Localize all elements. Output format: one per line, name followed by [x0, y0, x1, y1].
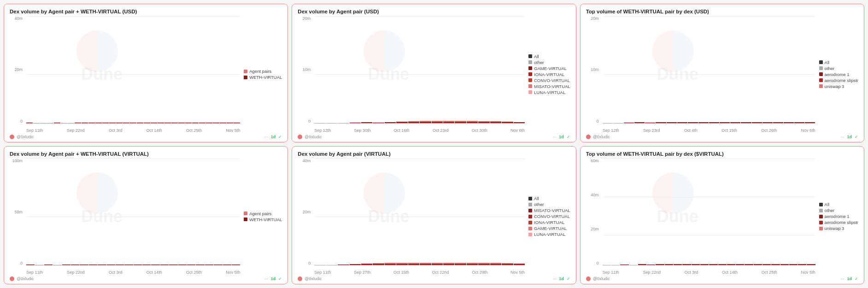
bar-group[interactable]: [784, 122, 794, 123]
bar-group[interactable]: [709, 122, 719, 123]
bar-group[interactable]: [54, 123, 60, 123]
bar-group[interactable]: [752, 122, 762, 123]
bar-group[interactable]: [314, 265, 325, 265]
bar-group[interactable]: [82, 123, 88, 123]
bar-group[interactable]: [762, 122, 773, 123]
bar-group[interactable]: [35, 265, 43, 265]
interval-badge-3[interactable]: 1d: [847, 135, 852, 139]
bar-group[interactable]: [373, 263, 384, 265]
bar-group[interactable]: [762, 264, 771, 265]
bar-group[interactable]: [647, 264, 655, 265]
bar-group[interactable]: [164, 123, 171, 123]
bar-group[interactable]: [490, 121, 501, 123]
bar-group[interactable]: [656, 122, 666, 123]
bar-group[interactable]: [603, 123, 613, 123]
bar-group[interactable]: [314, 123, 325, 123]
bar-group[interactable]: [718, 264, 727, 265]
bar-group[interactable]: [396, 263, 407, 265]
bar-group[interactable]: [634, 122, 645, 123]
bar-group[interactable]: [206, 123, 212, 123]
bar-group[interactable]: [514, 264, 525, 265]
bar-group[interactable]: [227, 123, 233, 123]
bar-group[interactable]: [109, 123, 116, 123]
bar-group[interactable]: [620, 264, 628, 265]
bar-group[interactable]: [455, 121, 466, 123]
bar-group[interactable]: [33, 123, 40, 123]
bar-group[interactable]: [213, 123, 219, 123]
bar-group[interactable]: [478, 121, 489, 123]
bar-group[interactable]: [638, 264, 646, 265]
bar-group[interactable]: [656, 264, 664, 265]
bar-group[interactable]: [192, 123, 199, 123]
bar-group[interactable]: [624, 123, 634, 123]
bar-group[interactable]: [196, 264, 204, 265]
bar-group[interactable]: [798, 264, 806, 265]
bar-group[interactable]: [443, 263, 454, 265]
interval-badge-2[interactable]: 1d: [559, 135, 564, 139]
bar-group[interactable]: [158, 123, 164, 123]
bar-group[interactable]: [478, 263, 489, 265]
bar-group[interactable]: [326, 265, 337, 265]
bar-group[interactable]: [199, 123, 205, 123]
interval-badge-1[interactable]: 1d: [271, 135, 276, 139]
bar-group[interactable]: [720, 122, 730, 123]
bar-group[interactable]: [142, 264, 151, 265]
bar-group[interactable]: [629, 265, 638, 265]
bar-group[interactable]: [98, 264, 106, 265]
bar-group[interactable]: [794, 122, 804, 123]
bar-group[interactable]: [178, 264, 187, 265]
bar-group[interactable]: [116, 264, 124, 265]
interval-badge-6[interactable]: 1d: [847, 276, 852, 281]
bar-group[interactable]: [350, 264, 361, 265]
bar-group[interactable]: [214, 264, 222, 265]
bar-group[interactable]: [730, 122, 740, 123]
bar-group[interactable]: [688, 122, 698, 123]
bar-group[interactable]: [232, 264, 240, 265]
bar-group[interactable]: [645, 123, 655, 123]
bar-group[interactable]: [169, 264, 177, 265]
bar-group[interactable]: [741, 122, 751, 123]
bar-group[interactable]: [151, 264, 159, 265]
bar-group[interactable]: [361, 122, 372, 123]
bar-group[interactable]: [467, 263, 478, 265]
bar-group[interactable]: [107, 264, 115, 265]
bar-group[interactable]: [62, 264, 70, 265]
dots-5[interactable]: ···: [553, 276, 557, 281]
bar-group[interactable]: [502, 263, 513, 265]
dots-6[interactable]: ···: [841, 276, 845, 281]
bar-group[interactable]: [443, 121, 454, 123]
bar-group[interactable]: [805, 122, 815, 123]
bar-group[interactable]: [234, 123, 240, 123]
bar-group[interactable]: [53, 265, 61, 265]
bar-group[interactable]: [514, 122, 525, 123]
bar-group[interactable]: [420, 121, 431, 123]
bar-group[interactable]: [151, 123, 157, 123]
bar-group[interactable]: [674, 264, 682, 265]
bar-group[interactable]: [692, 264, 700, 265]
bar-group[interactable]: [420, 263, 431, 265]
bar-group[interactable]: [223, 264, 231, 265]
bar-group[interactable]: [40, 123, 47, 123]
bar-group[interactable]: [603, 265, 611, 265]
bar-group[interactable]: [780, 264, 789, 265]
bar-group[interactable]: [754, 264, 762, 265]
bar-group[interactable]: [95, 123, 102, 123]
bar-group[interactable]: [47, 123, 53, 123]
bar-group[interactable]: [185, 123, 192, 123]
bar-group[interactable]: [350, 123, 361, 123]
bar-group[interactable]: [171, 123, 178, 123]
dots-4[interactable]: ···: [264, 276, 268, 281]
bar-group[interactable]: [68, 123, 74, 123]
bar-group[interactable]: [130, 123, 136, 123]
bar-group[interactable]: [408, 263, 419, 265]
bar-group[interactable]: [75, 123, 81, 123]
bar-group[interactable]: [665, 264, 673, 265]
bar-group[interactable]: [124, 264, 133, 265]
bar-group[interactable]: [736, 264, 744, 265]
bar-group[interactable]: [727, 264, 735, 265]
bar-group[interactable]: [88, 123, 95, 123]
bar-group[interactable]: [432, 263, 443, 265]
bar-group[interactable]: [613, 123, 623, 123]
bar-group[interactable]: [682, 264, 691, 265]
bar-group[interactable]: [773, 122, 783, 123]
